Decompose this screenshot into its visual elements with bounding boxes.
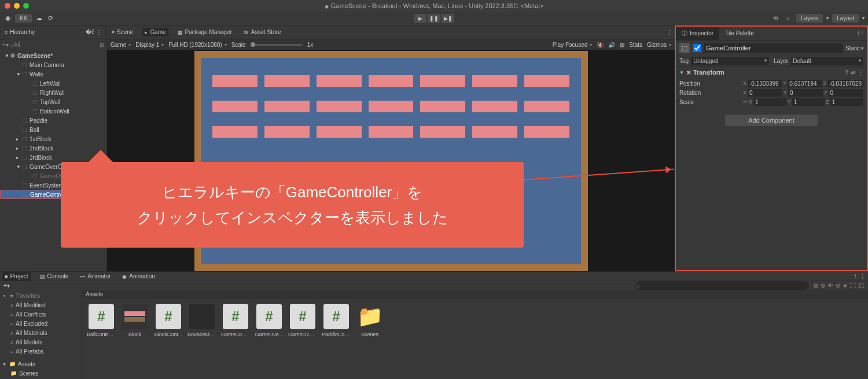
favorite-item[interactable]: ⌕All Models [0,337,82,347]
tab-animator[interactable]: ⊶Animator [78,272,113,281]
favorite-item[interactable]: ⌕All Materials [0,328,82,337]
favorite-item[interactable]: ⌕All Conflicts [0,310,82,319]
position-x-field[interactable]: -0.1303399 [748,80,782,87]
scale-x-field[interactable]: 1 [753,98,786,106]
minimize-icon[interactable] [14,3,20,9]
search-icon[interactable]: ⌕ [784,15,793,21]
hierarchy-item[interactable]: ⬚Paddle [0,116,106,125]
tab-animation[interactable]: ◉Animation [120,272,157,281]
constrain-icon[interactable]: ⚯ [743,99,748,105]
layout-dropdown[interactable]: Layout [832,14,859,23]
asset-item[interactable]: #GameOve... [255,304,284,337]
tab-project[interactable]: ■Project [2,272,31,281]
version-control-icon[interactable]: ⟳ [46,14,55,22]
resolution-dropdown[interactable]: Full HD (1920x1080) [168,42,226,48]
vcs-icon[interactable]: ⛶ [850,282,856,289]
project-search-input[interactable] [635,281,809,290]
stats-button[interactable]: Stats [629,42,642,48]
rotation-y-field[interactable]: 0 [788,89,823,97]
hierarchy-item[interactable]: ⬚TopWall [0,97,106,106]
tab-asset-store[interactable]: 🛍Asset Store [241,28,284,36]
gameobject-name-field[interactable]: GameController [704,43,843,53]
game-mode-dropdown[interactable]: Game [111,42,131,48]
project-breadcrumb[interactable]: Assets [82,290,868,299]
mute-icon[interactable]: 🔇 [597,42,604,48]
tab-tile-palette[interactable]: Tile Palette [719,28,760,39]
asset-item[interactable]: #PaddleCon... [322,304,351,337]
transform-header[interactable]: ▼ ⤧ Transform ?⇄⋮ [676,67,867,78]
asset-item[interactable]: 📁Scenes [355,304,384,337]
scale-z-field[interactable]: 1 [830,98,863,106]
star-icon[interactable]: ★ [843,282,848,289]
tab-game[interactable]: ▸Game [142,28,168,36]
display-dropdown[interactable]: Display 1 [135,42,164,48]
favorite-item[interactable]: ⌕All Excluded [0,319,82,328]
account-dropdown[interactable]: KK [15,14,32,23]
tab-package-manager[interactable]: ▦Package Manager [175,28,234,36]
asset-item[interactable]: #BallControl... [87,304,116,337]
lock-icon[interactable]: ⟟ ⋮ [854,30,867,37]
assets-folder[interactable]: ▼📁Assets [0,359,82,369]
gameobject-icon[interactable]: ⬚ [679,43,690,53]
hierarchy-search-input[interactable] [14,42,100,48]
rotation-z-field[interactable]: 0 [829,89,864,97]
undo-icon[interactable]: ⟲ [771,15,780,21]
rotation-x-field[interactable]: 0 [748,89,782,97]
asset-item[interactable]: BounceMa... [187,304,216,337]
add-icon[interactable]: +▾ [3,282,10,289]
scale-slider[interactable] [251,44,303,46]
menu-icon[interactable]: ⋮ [860,273,866,279]
hierarchy-item[interactable]: ⬚Ball [0,125,106,134]
position-z-field[interactable]: -0.03187028 [827,80,863,87]
static-dropdown[interactable]: Static▾ [845,45,863,51]
active-checkbox[interactable] [693,44,701,52]
tab-scene[interactable]: #Scene [109,28,135,36]
position-y-field[interactable]: 0.6337194 [788,80,822,87]
cloud-icon[interactable]: ☁ [34,14,43,22]
step-button[interactable]: ▶❚ [442,14,454,23]
preset-icon[interactable]: ⇄ [851,69,855,76]
folder-item[interactable]: 📁Scenes [0,369,82,378]
hidden-icon[interactable]: ⊘ [836,282,840,289]
add-icon[interactable]: +▾ [2,42,9,48]
scene-root[interactable]: ▼⬢ GameScene* [0,51,106,60]
play-focused-dropdown[interactable]: Play Focused [553,42,593,48]
hierarchy-item[interactable]: ⬚BottomWall [0,106,106,116]
layer-dropdown[interactable]: Default [790,57,863,65]
pause-button[interactable]: ❚❚ [428,14,440,23]
hierarchy-tab[interactable]: ≡ Hierarchy �č ⋮ [0,25,106,39]
layers-dropdown[interactable]: Layers [796,14,823,23]
menu-icon[interactable]: ⋮ [667,29,672,35]
scale-y-field[interactable]: 1 [792,98,825,106]
favorite-item[interactable]: ⌕All Prefabs [0,347,82,356]
audio-icon[interactable]: 🔊 [608,42,615,48]
asset-item[interactable]: #BlockCont... [154,304,183,337]
menu-icon[interactable]: ⋮ [858,69,863,76]
aspect-icon[interactable]: ⊞ [620,42,624,48]
gizmos-dropdown[interactable]: Gizmos [647,42,671,48]
account-icon[interactable]: ◉ [3,14,13,22]
tab-inspector[interactable]: ⓘInspector [676,27,719,40]
add-component-button[interactable]: Add Component [725,115,818,126]
hierarchy-item[interactable]: ⬚RightWall [0,88,106,97]
hierarchy-item[interactable]: ⬚Main Camera [0,60,106,69]
tag-icon[interactable]: ⊛ [821,282,825,289]
play-button[interactable]: ▶ [414,14,426,23]
maximize-icon[interactable] [23,3,29,9]
lock-icon[interactable]: �č ⋮ [86,29,102,35]
tag-dropdown[interactable]: Untagged [691,57,769,65]
filter-icon[interactable]: ⊞ [814,282,818,289]
close-icon[interactable] [5,3,10,9]
asset-item[interactable]: #GameCont... [221,304,250,337]
tab-console[interactable]: ▤Console [38,272,71,281]
favorites-header[interactable]: ▼★Favorites [0,291,82,300]
asset-item[interactable]: Block [120,304,149,337]
help-icon[interactable]: ? [845,69,848,76]
hierarchy-item[interactable]: ▼⬚Walls [0,69,106,79]
lock-icon[interactable]: ⟟ [854,273,856,280]
hierarchy-item[interactable]: ⬚LeftWall [0,79,106,88]
asset-item[interactable]: #GameOver... [288,304,317,337]
filter-icon[interactable]: ⊞ [100,42,104,48]
favorite-item[interactable]: ⌕All Modified [0,300,82,310]
eye-icon[interactable]: 👁 [827,282,833,289]
